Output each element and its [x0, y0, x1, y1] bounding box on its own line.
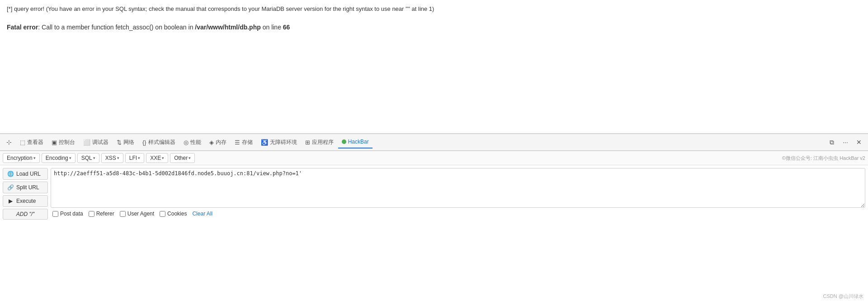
sql-error-text: [*] query error! (You have an error in y…	[7, 5, 861, 14]
storage-icon: ☰	[235, 139, 240, 146]
hackbar-url-area: Post data Referer User Agent Cookies Cle…	[51, 168, 865, 220]
console-icon: ▣	[52, 139, 57, 146]
add-comment-button[interactable]: ADD "/"	[3, 209, 48, 220]
tab-network[interactable]: ⇅ 网络	[113, 136, 138, 149]
page-content: [*] query error! (You have an error in y…	[0, 0, 868, 134]
hackbar-main-area: 🌐 Load URL 🔗 Split URL ▶ Execute ADD "/"	[0, 165, 868, 222]
line-number: 66	[283, 24, 290, 31]
user-agent-input[interactable]	[120, 211, 126, 217]
network-icon: ⇅	[117, 139, 122, 146]
load-url-button[interactable]: 🌐 Load URL	[3, 168, 48, 180]
menu-xss[interactable]: XSS ▾	[101, 153, 123, 163]
accessibility-icon: ♿	[261, 139, 268, 146]
dock-icon[interactable]: ⧉	[826, 136, 838, 149]
tab-memory[interactable]: ◈ 内存	[206, 136, 230, 149]
referer-checkbox[interactable]: Referer	[89, 211, 114, 217]
post-data-checkbox[interactable]: Post data	[52, 211, 83, 217]
split-url-icon: 🔗	[7, 184, 14, 191]
tab-storage[interactable]: ☰ 存储	[231, 136, 256, 149]
hackbar-action-buttons: 🌐 Load URL 🔗 Split URL ▶ Execute ADD "/"	[3, 168, 48, 220]
fatal-label: Fatal error	[7, 24, 38, 31]
chevron-down-icon: ▾	[93, 156, 95, 160]
menu-lfi[interactable]: LFI ▾	[125, 153, 144, 163]
execute-icon: ▶	[7, 197, 14, 205]
tab-inspector[interactable]: ⬚ 查看器	[16, 136, 47, 149]
application-icon: ⊞	[305, 139, 310, 146]
hackbar-credit: ©微信公众号: 江南小虫虫 HackBar v2	[782, 155, 865, 162]
menu-other[interactable]: Other ▾	[170, 153, 195, 163]
tab-style-editor[interactable]: {} 样式编辑器	[139, 136, 179, 149]
cookies-input[interactable]	[160, 211, 165, 217]
tab-hackbar[interactable]: HackBar	[338, 136, 373, 149]
chevron-down-icon: ▾	[138, 156, 140, 160]
chevron-down-icon: ▾	[69, 156, 71, 160]
execute-button[interactable]: ▶ Execute	[3, 195, 48, 207]
menu-encoding[interactable]: Encoding ▾	[42, 153, 75, 163]
url-input[interactable]	[51, 168, 865, 208]
chevron-down-icon: ▾	[117, 156, 119, 160]
inspect-pointer-icon[interactable]: ⊹	[3, 136, 15, 149]
tab-accessibility[interactable]: ♿ 无障碍环境	[257, 136, 301, 149]
chevron-down-icon: ▾	[33, 156, 36, 160]
user-agent-checkbox[interactable]: User Agent	[120, 211, 154, 217]
menu-xxe[interactable]: XXE ▾	[146, 153, 168, 163]
chevron-down-icon: ▾	[189, 156, 191, 160]
hackbar-menu-bar: Encryption ▾ Encoding ▾ SQL ▾ XSS ▾ LFI …	[0, 151, 868, 165]
debugger-icon: ⬜	[83, 139, 90, 146]
inspector-icon: ⬚	[20, 139, 25, 146]
referer-input[interactable]	[89, 211, 94, 217]
style-icon: {}	[142, 139, 146, 146]
devtools-toolbar: ⊹ ⬚ 查看器 ▣ 控制台 ⬜ 调试器 ⇅ 网络 {} 样式编辑器 ◎ 性能 ◈…	[0, 134, 868, 151]
performance-icon: ◎	[184, 139, 189, 146]
chevron-down-icon: ▾	[162, 156, 164, 160]
split-url-button[interactable]: 🔗 Split URL	[3, 182, 48, 193]
menu-encryption[interactable]: Encryption ▾	[3, 153, 40, 163]
more-options-icon[interactable]: ···	[839, 136, 852, 149]
fatal-error-text: Fatal error: Call to a member function f…	[7, 23, 861, 32]
menu-sql[interactable]: SQL ▾	[77, 153, 99, 163]
load-url-icon: 🌐	[7, 170, 14, 177]
tab-debugger[interactable]: ⬜ 调试器	[80, 136, 112, 149]
close-icon[interactable]: ✕	[853, 136, 865, 149]
tab-console[interactable]: ▣ 控制台	[48, 136, 79, 149]
post-data-input[interactable]	[52, 211, 58, 217]
hackbar-checkboxes-row: Post data Referer User Agent Cookies Cle…	[51, 208, 865, 220]
hackbar-panel: Encryption ▾ Encoding ▾ SQL ▾ XSS ▾ LFI …	[0, 151, 868, 222]
tab-application[interactable]: ⊞ 应用程序	[302, 136, 337, 149]
tab-performance[interactable]: ◎ 性能	[180, 136, 205, 149]
hackbar-dot-icon	[342, 139, 346, 144]
clear-all-button[interactable]: Clear All	[192, 211, 212, 217]
file-path: /var/www/html/db.php	[195, 24, 260, 31]
memory-icon: ◈	[209, 139, 214, 146]
devtools-right-controls: ⧉ ··· ✕	[826, 136, 865, 149]
cookies-checkbox[interactable]: Cookies	[160, 211, 187, 217]
